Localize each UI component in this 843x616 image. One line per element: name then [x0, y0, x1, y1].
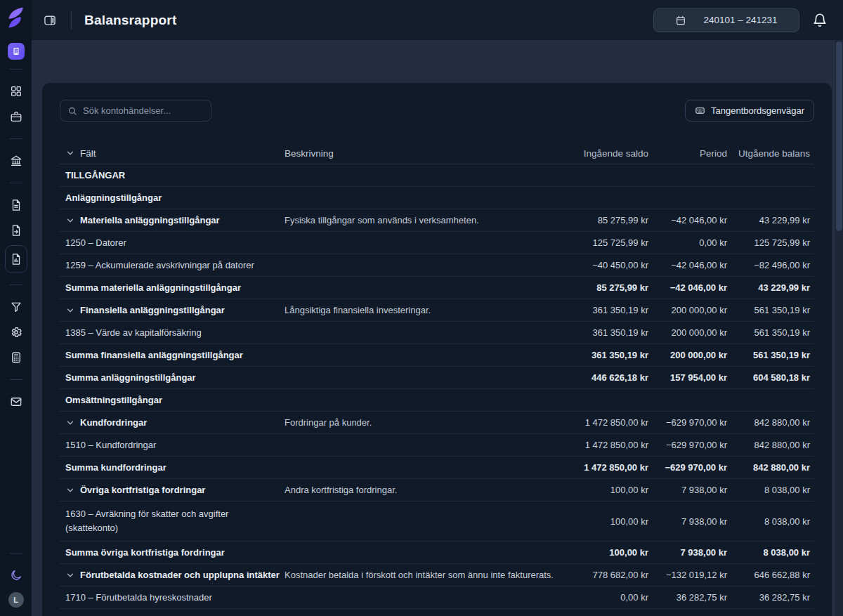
table-row[interactable]: 1259 – Ackumulerade avskrivningar på dat… — [60, 254, 814, 277]
row-period-value: −42 046,00 kr — [648, 214, 727, 227]
row-closing-value: 8 038,00 kr — [727, 546, 814, 559]
document-arrow-icon — [10, 224, 22, 237]
divider — [10, 379, 22, 380]
row-label: Summa kundfordringar — [60, 461, 285, 474]
row-opening-value — [566, 174, 648, 177]
sidebar-toggle-button[interactable] — [43, 13, 58, 28]
calculator-icon — [10, 351, 22, 364]
table-row[interactable]: Övriga kortfristiga fordringarAndra kort… — [60, 479, 814, 502]
row-closing-value: 604 580,18 kr — [727, 371, 814, 384]
sidebar-item-accounting[interactable] — [5, 346, 27, 369]
row-period-value: 7 938,00 kr — [648, 483, 727, 497]
scrollbar-thumb[interactable] — [836, 41, 842, 231]
chevron-down-icon — [65, 148, 75, 158]
sidebar-item-documents[interactable] — [5, 193, 27, 217]
table-row[interactable]: 1630 – Avräkning för skatter och avgifte… — [60, 502, 814, 542]
chevron-down-icon — [65, 216, 75, 225]
row-label: 1510 – Kundfordringar — [60, 438, 285, 452]
table-row[interactable]: Finansiella anläggningstillgångarLångsik… — [60, 299, 814, 322]
row-period-value: −629 970,00 kr — [648, 416, 727, 429]
row-opening-value: 482 575,00 kr — [566, 613, 648, 616]
row-opening-value: 85 275,99 kr — [566, 214, 648, 227]
moon-icon — [10, 569, 22, 582]
row-period-value: 200 000,00 kr — [648, 348, 727, 362]
bank-icon — [10, 155, 22, 167]
table-row[interactable]: 1250 – Datorer125 725,99 kr0,00 kr125 72… — [60, 232, 814, 254]
row-period-value: 200 000,00 kr — [648, 326, 727, 339]
row-period-value: 157 954,00 kr — [648, 371, 727, 384]
row-label: Övriga kortfristiga fordringar — [60, 483, 285, 497]
page-title: Balansrapport — [84, 13, 176, 28]
mail-icon — [10, 395, 22, 408]
row-description — [285, 197, 566, 199]
table-row[interactable]: 1510 – Kundfordringar1 472 850,00 kr−629… — [60, 434, 814, 457]
sidebar-item-settings[interactable] — [5, 320, 27, 344]
row-period-value — [648, 197, 727, 199]
row-description — [285, 444, 566, 447]
row-description — [285, 354, 566, 357]
document-chart-icon — [10, 253, 22, 266]
row-opening-value: 100,00 kr — [566, 515, 648, 528]
row-label: Finansiella anläggningstillgångar — [60, 303, 285, 317]
main-content: Tangentbordsgenvägar Fält Beskrivning In… — [32, 40, 843, 616]
row-description: Andra kortfristiga fordringar. — [285, 483, 566, 497]
row-closing-value: 43 229,99 kr — [727, 214, 814, 227]
row-label: Summa övriga kortfristiga fordringar — [60, 546, 285, 559]
sidebar: L — [0, 0, 32, 616]
date-range-label: 240101 – 241231 — [703, 15, 777, 25]
row-description: Fordringar på kunder. — [285, 416, 566, 429]
row-period-value: 200 000,00 kr — [648, 303, 727, 317]
table-row: TILLGÅNGAR — [60, 164, 814, 187]
row-opening-value: 85 275,99 kr — [566, 281, 648, 294]
scrollbar[interactable] — [834, 40, 843, 616]
table-row: Summa materiella anläggningstillgångar85… — [60, 277, 814, 299]
search-box[interactable] — [60, 100, 211, 122]
table-row[interactable]: 1720 – Förutbetalda leasingavgifter, kor… — [60, 609, 814, 616]
row-opening-value: 100,00 kr — [566, 546, 648, 559]
sidebar-item-company[interactable] — [5, 105, 27, 129]
divider — [10, 553, 22, 553]
row-label: 1630 – Avräkning för skatter och avgifte… — [60, 502, 285, 541]
sidebar-item-document-export[interactable] — [5, 218, 27, 242]
table-row[interactable]: Förutbetalda kostnader och upplupna intä… — [60, 564, 814, 586]
row-closing-value: 842 880,00 kr — [727, 461, 814, 474]
table-row[interactable]: 1385 – Värde av kapitalförsäkring361 350… — [60, 322, 814, 344]
search-icon — [67, 106, 77, 116]
sidebar-item-bank[interactable] — [5, 149, 27, 173]
row-closing-value: 125 725,99 kr — [727, 236, 814, 249]
calendar-icon — [675, 15, 686, 26]
row-opening-value: −40 450,00 kr — [566, 258, 648, 272]
date-range-button[interactable]: 240101 – 241231 — [653, 8, 799, 32]
row-label: 1720 – Förutbetalda leasingavgifter, kor… — [60, 613, 285, 616]
row-label: 1710 – Förutbetalda hyreskostnader — [60, 591, 285, 604]
row-closing-value: −82 496,00 kr — [727, 258, 814, 272]
table-body: TILLGÅNGARAnläggningstillgångarMateriell… — [60, 164, 814, 616]
search-input[interactable] — [83, 105, 204, 116]
column-header-period: Period — [648, 147, 727, 160]
table-row: Summa övriga kortfristiga fordringar100,… — [60, 542, 814, 564]
keyboard-shortcuts-button[interactable]: Tangentbordsgenvägar — [685, 100, 814, 122]
table-row: Anläggningstillgångar — [60, 187, 814, 209]
sidebar-item-reports[interactable] — [5, 245, 27, 273]
chevron-down-icon — [65, 418, 75, 428]
row-label: Förutbetalda kostnader och upplupna intä… — [60, 568, 285, 582]
row-label: 1385 – Värde av kapitalförsäkring — [60, 326, 285, 339]
dark-mode-toggle[interactable] — [5, 563, 27, 587]
app-logo-icon — [6, 7, 25, 29]
workspace-avatar[interactable] — [8, 43, 25, 60]
column-header-field[interactable]: Fält — [60, 147, 285, 160]
notifications-button[interactable] — [812, 13, 828, 28]
row-period-value: 36 282,75 kr — [648, 591, 727, 604]
divider — [10, 69, 22, 70]
table-row[interactable]: Materiella anläggningstillgångarFysiska … — [60, 209, 814, 232]
user-avatar[interactable]: L — [8, 592, 24, 608]
sidebar-item-mail[interactable] — [5, 390, 27, 414]
table-row[interactable]: KundfordringarFordringar på kunder.1 472… — [60, 412, 814, 434]
sidebar-item-dashboard[interactable] — [5, 79, 27, 103]
panel-toggle-icon — [43, 13, 57, 27]
row-closing-value: 36 282,75 kr — [727, 591, 814, 604]
row-description — [285, 264, 566, 267]
sidebar-item-filter[interactable] — [5, 295, 27, 319]
row-period-value: −42 046,00 kr — [648, 258, 727, 272]
table-row[interactable]: 1710 – Förutbetalda hyreskostnader0,00 k… — [60, 586, 814, 609]
